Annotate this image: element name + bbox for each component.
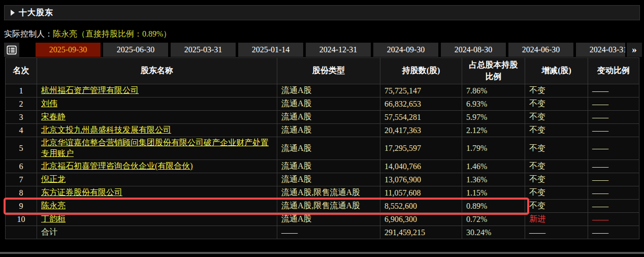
shares-count-cell: 13,076,900: [380, 173, 462, 186]
shareholder-name-cell: 北京福石初喜管理咨询合伙企业(有限合伙): [37, 160, 277, 173]
share-type-cell: 流通A股: [277, 98, 380, 111]
rank-cell: 1: [6, 84, 37, 98]
share-type-cell: 流通A股,限售流通A股: [277, 186, 380, 200]
date-tab-2024-09-30[interactable]: 2024-09-30: [373, 43, 438, 57]
shareholder-link[interactable]: 北京文投九州鼎盛科技发展有限公司: [41, 125, 171, 134]
shares-count-cell: 6,906,300: [380, 213, 462, 226]
shares-count-cell: 66,832,653: [380, 98, 462, 111]
rank-cell: 5: [6, 137, 37, 160]
change-ratio-cell: ——: [588, 111, 639, 124]
ratio-cell: 1.79%: [462, 137, 525, 160]
list-view-button[interactable]: [4, 43, 19, 57]
shares-count-cell: 20,417,363: [380, 124, 462, 137]
shareholder-link[interactable]: 杭州福石资产管理有限公司: [41, 86, 139, 94]
share-type-cell: 流通A股,限售流通A股: [277, 200, 380, 213]
change-cell: 不变: [525, 200, 588, 213]
change-ratio-cell: ——: [588, 160, 639, 173]
change-ratio-cell: ——: [588, 173, 639, 186]
share-type-cell: 流通A股: [277, 213, 380, 226]
shareholder-link[interactable]: 北京福石初喜管理咨询合伙企业(有限合伙): [41, 162, 193, 170]
shareholder-link[interactable]: 陈永亮: [41, 201, 66, 210]
table-header-row: 名次股东名称股份类型持股数(股)占总股本持股比例增减(股)变动比例: [6, 58, 639, 84]
actual-controller-value: 陈永亮（直接持股比例：0.89%）: [53, 29, 171, 38]
shareholder-name-cell: 杭州福石资产管理有限公司: [37, 84, 277, 98]
date-tab-2024-06-30[interactable]: 2024-06-30: [508, 43, 573, 57]
shareholder-link[interactable]: 倪正龙: [41, 175, 66, 183]
table-row: 4北京文投九州鼎盛科技发展有限公司流通A股20,417,3632.12%不变——: [6, 124, 639, 137]
change-ratio-cell: ——: [588, 137, 639, 160]
change-ratio-cell: ——: [588, 226, 639, 239]
shares-count-cell: 14,040,766: [380, 160, 462, 173]
change-cell: 不变: [525, 173, 588, 186]
table-row: 8东方证券股份有限公司流通A股,限售流通A股11,057,6081.15%不变—…: [6, 186, 639, 200]
ratio-cell: 1.46%: [462, 160, 525, 173]
change-cell: 不变: [525, 186, 588, 200]
date-tabbar: 2025-09-302025-06-302025-03-312025-01-14…: [4, 43, 644, 57]
date-tabs: 2025-09-302025-06-302025-03-312025-01-14…: [36, 43, 643, 57]
shareholder-link[interactable]: 刘伟: [41, 99, 57, 108]
change-ratio-cell: ——: [588, 200, 639, 213]
panel-header: 十大股东: [4, 5, 640, 20]
shareholder-link[interactable]: 宋春静: [41, 112, 66, 121]
ratio-cell: 30.24%: [462, 226, 525, 239]
shareholder-link[interactable]: 东方证券股份有限公司: [41, 188, 122, 197]
share-type-cell: 流通A股: [277, 111, 380, 124]
shares-count-cell: 8,552,600: [380, 200, 462, 213]
change-cell: 不变: [525, 84, 588, 98]
column-header: 股份类型: [277, 58, 380, 84]
ratio-cell: 1.36%: [462, 173, 525, 186]
date-tab-2025-01-14[interactable]: 2025-01-14: [238, 43, 303, 57]
actual-controller-line: 实际控制人：陈永亮（直接持股比例：0.89%）: [4, 29, 171, 40]
change-ratio-cell: ——: [588, 84, 639, 98]
table-row: 2刘伟流通A股66,832,6536.93%不变——: [6, 98, 639, 111]
date-tab-2024-12-31[interactable]: 2024-12-31: [306, 43, 371, 57]
panel-title: 十大股东: [19, 8, 53, 18]
shareholder-name-cell: 宋春静: [37, 111, 277, 124]
rank-cell: 3: [6, 111, 37, 124]
rank-cell: 6: [6, 160, 37, 173]
shareholder-name-cell: 北京文投九州鼎盛科技发展有限公司: [37, 124, 277, 137]
change-ratio-cell: ——: [588, 186, 639, 200]
date-tab-2024-08-30[interactable]: 2024-08-30: [441, 43, 506, 57]
shareholder-name-cell: 北京华谊嘉信整合营销顾问集团股份有限公司破产企业财产处置专用账户: [37, 137, 277, 160]
shareholder-link[interactable]: 北京华谊嘉信整合营销顾问集团股份有限公司破产企业财产处置专用账户: [41, 138, 269, 157]
date-tab-2025-06-30[interactable]: 2025-06-30: [103, 43, 168, 57]
change-cell: ——: [525, 226, 588, 239]
shares-count-cell: 11,057,608: [380, 186, 462, 200]
rank-cell: 7: [6, 173, 37, 186]
change-cell: 新进: [525, 213, 588, 226]
share-type-cell: 流通A股: [277, 137, 380, 160]
change-ratio-cell: ——: [588, 124, 639, 137]
horizontal-scrollbar[interactable]: [0, 252, 644, 254]
date-tab-2025-03-31[interactable]: 2025-03-31: [171, 43, 236, 57]
change-cell: 不变: [525, 137, 588, 160]
shareholder-name-cell: 倪正龙: [37, 173, 277, 186]
shareholder-name-cell: 陈永亮: [37, 200, 277, 213]
shareholder-name-cell: 东方证券股份有限公司: [37, 186, 277, 200]
column-header: 变动比例: [588, 58, 639, 84]
column-header: 持股数(股): [380, 58, 462, 84]
share-type-cell: 流通A股: [277, 160, 380, 173]
change-cell: 不变: [525, 124, 588, 137]
share-type-cell: 流通A股: [277, 173, 380, 186]
rank-cell: 2: [6, 98, 37, 111]
change-ratio-cell: ——: [588, 213, 639, 226]
ratio-cell: 7.86%: [462, 84, 525, 98]
table-row: 7倪正龙流通A股13,076,9001.36%不变——: [6, 173, 639, 186]
share-type-cell: 流通A股: [277, 84, 380, 98]
ratio-cell: 5.97%: [462, 111, 525, 124]
rank-cell: 4: [6, 124, 37, 137]
more-dates-button[interactable]: »: [625, 43, 642, 57]
collapse-triangle-icon[interactable]: [11, 10, 15, 16]
date-tab-2025-09-30[interactable]: 2025-09-30: [36, 43, 101, 57]
rank-cell: 10: [6, 213, 37, 226]
shareholder-link[interactable]: 丁韵桓: [41, 214, 66, 223]
list-icon: [7, 45, 17, 55]
column-header: 占总股本持股比例: [462, 58, 525, 84]
table-row: 6北京福石初喜管理咨询合伙企业(有限合伙)流通A股14,040,7661.46%…: [6, 160, 639, 173]
ratio-cell: 6.93%: [462, 98, 525, 111]
table-row: 1杭州福石资产管理有限公司流通A股75,725,1477.86%不变——: [6, 84, 639, 98]
column-header: 股东名称: [37, 58, 277, 84]
change-cell: 不变: [525, 160, 588, 173]
shares-count-cell: 57,554,281: [380, 111, 462, 124]
